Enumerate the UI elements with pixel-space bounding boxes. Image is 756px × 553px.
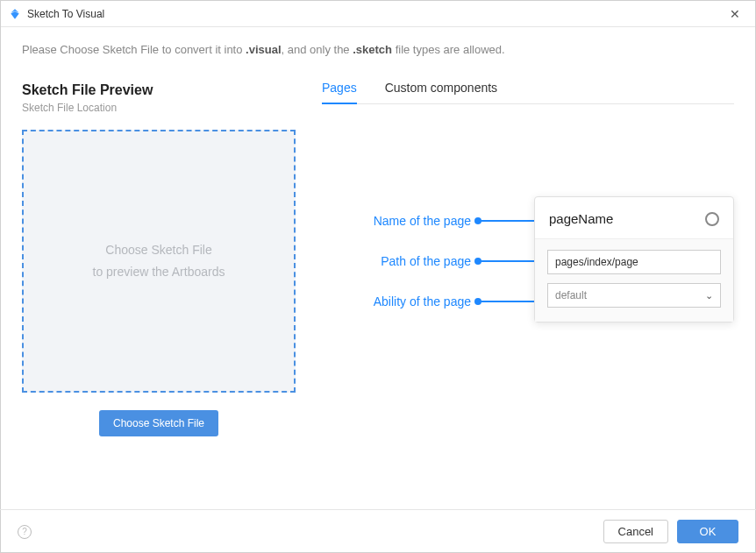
ok-button[interactable]: OK bbox=[677, 520, 738, 543]
choose-sketch-button[interactable]: Choose Sketch File bbox=[99, 410, 218, 436]
dropzone-line1: Choose Sketch File bbox=[105, 239, 211, 261]
chevron-down-icon: ⌄ bbox=[705, 290, 713, 301]
app-icon bbox=[8, 7, 22, 21]
select-value: default bbox=[555, 289, 587, 301]
footer: ? Cancel OK bbox=[0, 509, 756, 553]
connector-line bbox=[478, 301, 539, 302]
dropzone-line2: to preview the Artboards bbox=[93, 261, 225, 283]
page-radio[interactable] bbox=[705, 212, 719, 226]
preview-title: Sketch File Preview bbox=[22, 82, 296, 98]
page-ability-select[interactable]: default ⌄ bbox=[547, 283, 721, 308]
window-title: Sketch To Visual bbox=[27, 8, 104, 20]
content-area: Please Choose Sketch File to convert it … bbox=[1, 27, 755, 509]
label-path-of-page: Path of the page bbox=[348, 254, 471, 268]
page-path-input[interactable] bbox=[547, 250, 721, 274]
connector-line bbox=[478, 220, 539, 222]
label-name-of-page: Name of the page bbox=[348, 214, 471, 228]
label-ability-of-page: Ability of the page bbox=[348, 294, 471, 308]
tab-pages[interactable]: Pages bbox=[322, 81, 357, 103]
page-config-popover: pageName default ⌄ bbox=[534, 196, 734, 323]
titlebar: Sketch To Visual ✕ bbox=[1, 1, 755, 27]
instruction-text: Please Choose Sketch File to convert it … bbox=[22, 43, 734, 56]
tabs: Pages Custom components bbox=[322, 81, 734, 104]
cancel-button[interactable]: Cancel bbox=[603, 520, 668, 543]
popover-title: pageName bbox=[549, 211, 613, 226]
help-icon[interactable]: ? bbox=[18, 525, 32, 539]
close-icon[interactable]: ✕ bbox=[722, 7, 748, 21]
connector-line bbox=[478, 260, 539, 262]
tab-custom-components[interactable]: Custom components bbox=[385, 81, 497, 103]
sketch-dropzone[interactable]: Choose Sketch File to preview the Artboa… bbox=[22, 130, 296, 393]
preview-subtitle: Sketch File Location bbox=[22, 102, 296, 114]
